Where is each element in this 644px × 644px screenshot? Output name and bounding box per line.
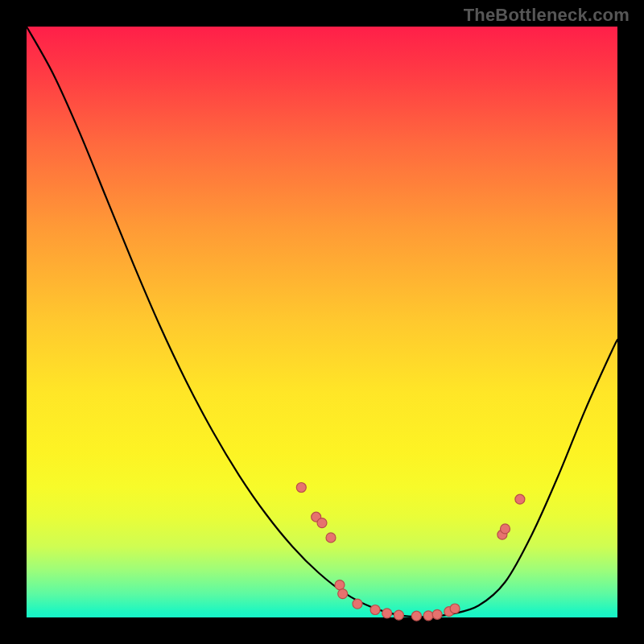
curve-dot: [515, 494, 525, 504]
bottleneck-curve: [27, 27, 617, 617]
curve-dot: [423, 611, 433, 621]
curve-dot: [338, 589, 348, 599]
plot-area: [27, 27, 617, 617]
chart-container: TheBottleneck.com: [0, 0, 644, 644]
curve-dot: [317, 518, 327, 528]
curve-dot: [501, 524, 510, 534]
curve-dots: [296, 483, 525, 621]
curve-dot: [326, 533, 336, 543]
watermark-text: TheBottleneck.com: [464, 5, 630, 26]
curve-dot: [353, 599, 362, 609]
curve-dot: [450, 604, 460, 613]
curve-dot: [370, 605, 380, 615]
curve-dot: [335, 580, 345, 590]
curve-dot: [382, 609, 392, 618]
curve-layer: [27, 27, 617, 617]
curve-dot: [432, 609, 442, 619]
curve-dot: [411, 611, 421, 621]
curve-dot: [394, 610, 403, 620]
curve-dot: [296, 483, 306, 493]
